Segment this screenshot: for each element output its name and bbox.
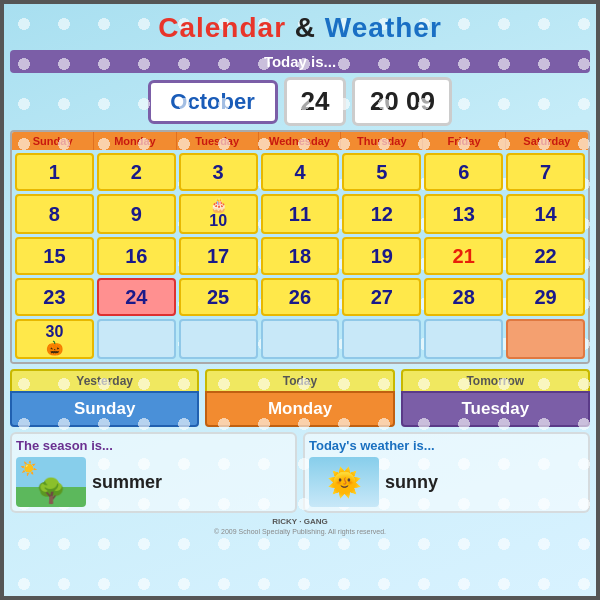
cal-day-21[interactable]: 21 [424, 237, 503, 275]
season-block: The season is... ☀️ 🌳 summer [10, 432, 297, 513]
weather-block: Today's weather is... 🌞 sunny [303, 432, 590, 513]
footer-text: © 2009 School Specialty Publishing. All … [10, 528, 590, 535]
cal-day-6[interactable]: 6 [424, 153, 503, 191]
logos-text: RICKY · GANG [272, 517, 327, 526]
year-box[interactable]: 20 09 [352, 77, 452, 126]
yesterday-block: Yesterday Sunday [10, 369, 199, 427]
today-label: Today [205, 369, 394, 391]
cal-day-10[interactable]: 🎂10 [179, 194, 258, 234]
season-image: ☀️ 🌳 [16, 457, 86, 507]
cal-day-5[interactable]: 5 [342, 153, 421, 191]
calendar-header: Sunday Monday Tuesday Wednesday Thursday… [12, 132, 588, 150]
cal-day-17[interactable]: 17 [179, 237, 258, 275]
weather-content: 🌞 sunny [309, 457, 584, 507]
cal-day-27[interactable]: 27 [342, 278, 421, 316]
title-bar: Calendar & Weather [10, 10, 590, 48]
header-saturday: Saturday [506, 132, 588, 150]
tomorrow-value[interactable]: Tuesday [401, 391, 590, 427]
cal-day-24[interactable]: 24 [97, 278, 176, 316]
header-tuesday: Tuesday [177, 132, 259, 150]
cal-day-19[interactable]: 19 [342, 237, 421, 275]
season-weather-row: The season is... ☀️ 🌳 summer Today's wea… [10, 432, 590, 513]
tree-icon: 🌳 [36, 477, 66, 505]
weather-image: 🌞 [309, 457, 379, 507]
today-bar: Today is... [10, 50, 590, 73]
cal-day-16[interactable]: 16 [97, 237, 176, 275]
cal-day-13[interactable]: 13 [424, 194, 503, 234]
cal-day-18[interactable]: 18 [261, 237, 340, 275]
cal-day-25[interactable]: 25 [179, 278, 258, 316]
header-sunday: Sunday [12, 132, 94, 150]
today-value[interactable]: Monday [205, 391, 394, 427]
season-label: The season is... [16, 438, 291, 453]
cal-empty-4 [342, 319, 421, 359]
cal-day-29[interactable]: 29 [506, 278, 585, 316]
title-weather: Weather [325, 12, 442, 43]
poster: Calendar & Weather Today is... October 2… [0, 0, 600, 600]
cal-empty-5 [424, 319, 503, 359]
today-block: Today Monday [205, 369, 394, 427]
weather-label: Today's weather is... [309, 438, 584, 453]
day-box[interactable]: 24 [284, 77, 347, 126]
title-amp: & [286, 12, 325, 43]
header-friday: Friday [423, 132, 505, 150]
cal-day-4[interactable]: 4 [261, 153, 340, 191]
calendar-body: 1 2 3 4 5 6 7 8 9 🎂10 11 12 13 14 15 16 … [12, 150, 588, 362]
cal-day-1[interactable]: 1 [15, 153, 94, 191]
tomorrow-block: Tomorrow Tuesday [401, 369, 590, 427]
cal-day-7[interactable]: 7 [506, 153, 585, 191]
cal-day-14[interactable]: 14 [506, 194, 585, 234]
cal-day-2[interactable]: 2 [97, 153, 176, 191]
logos-bar: RICKY · GANG [10, 517, 590, 526]
cal-day-23[interactable]: 23 [15, 278, 94, 316]
cal-empty-2 [179, 319, 258, 359]
yesterday-value[interactable]: Sunday [10, 391, 199, 427]
ytd-row: Yesterday Sunday Today Monday Tomorrow T… [10, 369, 590, 427]
cal-empty-1 [97, 319, 176, 359]
cal-day-8[interactable]: 8 [15, 194, 94, 234]
cal-empty-3 [261, 319, 340, 359]
cal-day-30[interactable]: 30🎃 [15, 319, 94, 359]
cal-day-11[interactable]: 11 [261, 194, 340, 234]
header-thursday: Thursday [341, 132, 423, 150]
cal-day-3[interactable]: 3 [179, 153, 258, 191]
cal-day-15[interactable]: 15 [15, 237, 94, 275]
calendar-grid: Sunday Monday Tuesday Wednesday Thursday… [10, 130, 590, 364]
weather-value[interactable]: sunny [385, 472, 438, 493]
cal-empty-6 [506, 319, 585, 359]
header-wednesday: Wednesday [259, 132, 341, 150]
cal-day-28[interactable]: 28 [424, 278, 503, 316]
title-calendar: Calendar [158, 12, 286, 43]
cal-day-12[interactable]: 12 [342, 194, 421, 234]
tomorrow-label: Tomorrow [401, 369, 590, 391]
month-box[interactable]: October [148, 80, 278, 124]
date-row: October 24 20 09 [10, 77, 590, 126]
cal-day-22[interactable]: 22 [506, 237, 585, 275]
sun-icon: ☀️ [20, 460, 37, 476]
season-content: ☀️ 🌳 summer [16, 457, 291, 507]
season-value[interactable]: summer [92, 472, 162, 493]
cal-day-26[interactable]: 26 [261, 278, 340, 316]
cal-day-9[interactable]: 9 [97, 194, 176, 234]
weather-sun-icon: 🌞 [327, 466, 362, 499]
header-monday: Monday [94, 132, 176, 150]
yesterday-label: Yesterday [10, 369, 199, 391]
